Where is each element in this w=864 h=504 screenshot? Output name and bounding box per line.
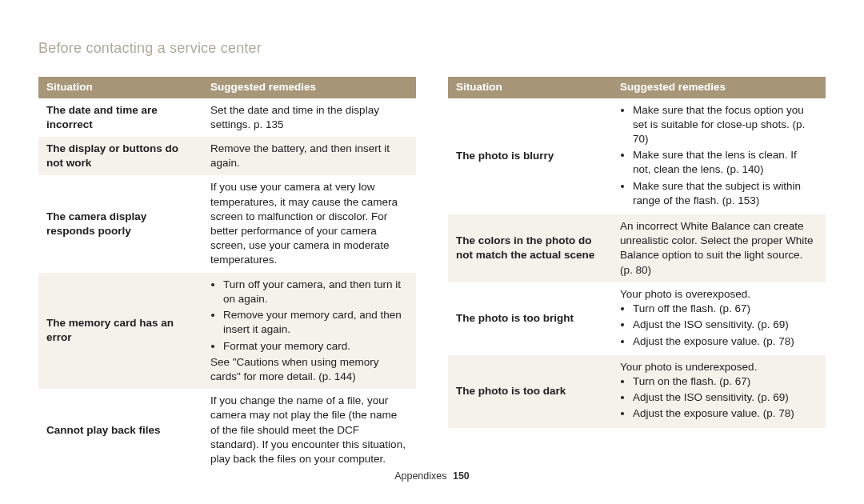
list-item: Make sure that the lens is clean. If not… <box>633 148 818 177</box>
remedy-cell: An incorrect White Balance can create un… <box>612 214 826 282</box>
situation-cell: The memory card has an error <box>38 273 202 390</box>
remedy-cell: Turn off your camera, and then turn it o… <box>202 273 416 390</box>
list-item: Make sure that the subject is within ran… <box>633 179 818 208</box>
table-row: The colors in the photo do not match the… <box>448 214 826 282</box>
remedy-cell: Remove the battery, and then insert it a… <box>202 137 416 175</box>
table-row: The photo is blurry Make sure that the f… <box>448 98 826 215</box>
table-row: Cannot play back files If you change the… <box>38 389 416 471</box>
list-item: Turn off the flash. (p. 67) <box>633 302 818 316</box>
remedy-list: Turn on the flash. (p. 67) Adjust the IS… <box>620 374 818 422</box>
situation-cell: The display or buttons do not work <box>38 137 202 175</box>
footer-section: Appendixes <box>394 470 446 482</box>
remedy-lead: Your photo is underexposed. <box>620 360 818 374</box>
list-item: Remove your memory card, and then insert… <box>223 308 408 337</box>
remedy-cell: If you use your camera at very low tempe… <box>202 175 416 272</box>
remedy-list: Turn off your camera, and then turn it o… <box>210 278 408 354</box>
list-item: Adjust the exposure value. (p. 78) <box>633 334 818 349</box>
list-item: Adjust the ISO sensitivity. (p. 69) <box>633 390 818 405</box>
remedy-footnote: See "Cautions when using memory cards" f… <box>210 355 408 384</box>
remedy-cell: Make sure that the focus option you set … <box>612 98 826 215</box>
col-header-situation: Situation <box>38 77 202 98</box>
remedy-cell: If you change the name of a file, your c… <box>202 389 416 471</box>
content-columns: Situation Suggested remedies The date an… <box>38 77 826 471</box>
remedy-cell: Your photo is overexposed. Turn off the … <box>612 282 826 355</box>
remedy-list: Turn off the flash. (p. 67) Adjust the I… <box>620 302 818 349</box>
table-row: The display or buttons do not work Remov… <box>38 137 416 175</box>
list-item: Make sure that the focus option you set … <box>633 103 818 147</box>
table-row: The date and time are incorrect Set the … <box>38 98 416 137</box>
col-header-remedies: Suggested remedies <box>612 77 826 98</box>
col-header-situation: Situation <box>448 77 612 98</box>
left-column: Situation Suggested remedies The date an… <box>38 77 416 471</box>
table-row: The photo is too bright Your photo is ov… <box>448 282 826 355</box>
manual-page: Before contacting a service center Situa… <box>0 0 864 504</box>
situation-cell: The colors in the photo do not match the… <box>448 214 612 282</box>
table-row: The memory card has an error Turn off yo… <box>38 273 416 390</box>
table-row: The camera display responds poorly If yo… <box>38 175 416 272</box>
page-footer: Appendixes 150 <box>0 470 864 483</box>
list-item: Format your memory card. <box>223 339 408 354</box>
situation-cell: The photo is blurry <box>448 98 612 215</box>
remedy-cell: Set the date and time in the display set… <box>202 98 416 137</box>
remedy-cell: Your photo is underexposed. Turn on the … <box>612 355 826 428</box>
col-header-remedies: Suggested remedies <box>202 77 416 98</box>
situation-cell: The camera display responds poorly <box>38 175 202 272</box>
list-item: Turn off your camera, and then turn it o… <box>223 278 408 306</box>
troubleshoot-table-left: Situation Suggested remedies The date an… <box>38 77 416 471</box>
situation-cell: The photo is too dark <box>448 355 612 428</box>
right-column: Situation Suggested remedies The photo i… <box>448 77 826 471</box>
page-title: Before contacting a service center <box>38 38 826 58</box>
situation-cell: Cannot play back files <box>38 389 202 471</box>
troubleshoot-table-right: Situation Suggested remedies The photo i… <box>448 77 826 427</box>
table-row: The photo is too dark Your photo is unde… <box>448 355 826 428</box>
list-item: Adjust the ISO sensitivity. (p. 69) <box>633 318 818 332</box>
list-item: Turn on the flash. (p. 67) <box>633 374 818 389</box>
situation-cell: The date and time are incorrect <box>38 98 202 137</box>
situation-cell: The photo is too bright <box>448 282 612 355</box>
remedy-list: Make sure that the focus option you set … <box>620 103 818 209</box>
remedy-lead: Your photo is overexposed. <box>620 287 818 302</box>
list-item: Adjust the exposure value. (p. 78) <box>633 406 818 421</box>
page-number: 150 <box>453 470 470 482</box>
